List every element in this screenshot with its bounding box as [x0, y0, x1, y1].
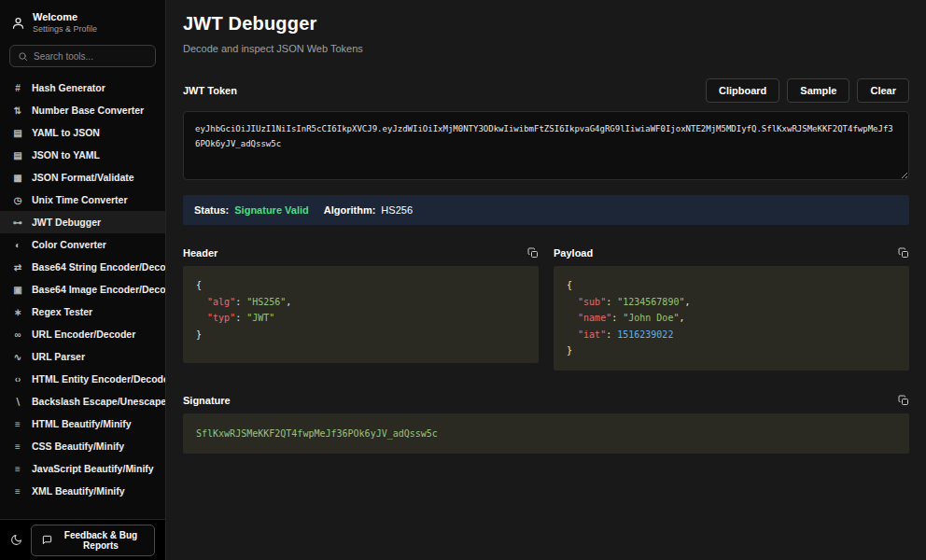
- sidebar-item-css-beautify-minify[interactable]: ≡CSS Beautify/Minify: [0, 435, 165, 457]
- clock-icon: ◷: [12, 195, 23, 205]
- header-json-view: { "alg": "HS256", "typ": "JWT" }: [183, 266, 539, 363]
- document-check-icon: ▦: [12, 173, 23, 183]
- key-icon: ⊶: [12, 217, 23, 228]
- sidebar-item-base64-string-encoder-decoder[interactable]: ⇄Base64 String Encoder/Decoder: [0, 256, 165, 278]
- sidebar-item-label: JavaScript Beautify/Minify: [32, 463, 154, 474]
- sidebar-item-label: JSON Format/Validate: [32, 172, 134, 183]
- image-icon: ▣: [12, 285, 23, 295]
- sidebar-item-javascript-beautify-minify[interactable]: ≡JavaScript Beautify/Minify: [0, 457, 165, 480]
- sidebar-item-xml-beautify-minify[interactable]: ≡XML Beautify/Minify: [0, 480, 165, 502]
- sidebar-item-label: Color Converter: [32, 239, 106, 250]
- feedback-label: Feedback & Bug Reports: [58, 530, 144, 551]
- sidebar-item-label: JSON to YAML: [32, 149, 100, 161]
- document-icon: ▤: [12, 128, 23, 138]
- swap-horizontal-icon: ⇄: [12, 262, 23, 273]
- signature-label: Signature: [183, 395, 231, 406]
- sidebar-item-label: CSS Beautify/Minify: [32, 441, 124, 452]
- sidebar-item-unix-time-converter[interactable]: ◷Unix Time Converter: [0, 189, 165, 211]
- angle-brackets-icon: ‹›: [12, 374, 23, 385]
- sidebar-item-jwt-debugger[interactable]: ⊶JWT Debugger: [0, 211, 165, 233]
- profile-title: Welcome: [33, 11, 97, 22]
- slash-icon: ∖: [12, 397, 23, 407]
- chat-icon: [42, 535, 52, 545]
- jwt-token-input[interactable]: eyJhbGciOiJIUzI1NiIsInR5cCI6IkpXVCJ9.eyJ…: [183, 111, 909, 180]
- sidebar-item-color-converter[interactable]: ◐Color Converter: [0, 233, 165, 256]
- clear-button[interactable]: Clear: [857, 78, 909, 103]
- copy-icon[interactable]: [898, 247, 909, 259]
- header-panel: Header { "alg": "HS256", "typ": "JWT" }: [183, 247, 539, 371]
- sidebar-item-label: Hash Generator: [32, 82, 105, 93]
- page-title: JWT Debugger: [183, 13, 909, 35]
- algorithm-value: HS256: [381, 204, 413, 216]
- sidebar-item-label: YAML to JSON: [32, 127, 100, 138]
- user-icon: [11, 16, 25, 30]
- sidebar-item-label: URL Parser: [32, 351, 85, 362]
- sidebar-item-json-to-yaml[interactable]: ▤JSON to YAML: [0, 144, 165, 166]
- sidebar-item-url-encoder-decoder[interactable]: ∞URL Encoder/Decoder: [0, 323, 165, 345]
- feedback-button[interactable]: Feedback & Bug Reports: [31, 525, 155, 556]
- algorithm-label: Algorithm:: [324, 204, 376, 216]
- sidebar-item-base64-image-encoder-decoder[interactable]: ▣Base64 Image Encoder/Decoder: [0, 278, 165, 301]
- header-panel-title: Header: [183, 247, 217, 259]
- sidebar-item-label: HTML Entity Encoder/Decoder: [32, 373, 165, 385]
- sidebar-item-label: Unix Time Converter: [32, 194, 128, 205]
- status-bar: Status: Signature Valid Algorithm: HS256: [183, 195, 909, 225]
- token-actions: Clipboard Sample Clear: [706, 78, 909, 103]
- palette-icon: ◐: [12, 240, 23, 250]
- sample-button[interactable]: Sample: [787, 78, 849, 103]
- code-icon: ≡: [12, 486, 23, 497]
- sidebar-item-label: JWT Debugger: [32, 217, 101, 228]
- theme-toggle-icon[interactable]: [10, 534, 22, 546]
- payload-json-view: { "sub": "1234567890", "name": "John Doe…: [554, 266, 909, 371]
- jwt-token-label: JWT Token: [183, 85, 237, 96]
- search-icon: [18, 51, 28, 62]
- document-icon: ▤: [12, 150, 23, 161]
- sidebar-item-label: URL Encoder/Decoder: [32, 329, 135, 340]
- sidebar-item-label: Number Base Converter: [32, 105, 144, 116]
- sidebar-item-label: Regex Tester: [32, 306, 92, 317]
- url-parse-icon: ∿: [12, 352, 23, 362]
- payload-panel-title: Payload: [554, 247, 593, 259]
- link-icon: ∞: [12, 329, 23, 340]
- sidebar-item-url-parser[interactable]: ∿URL Parser: [0, 345, 165, 368]
- page-subtitle: Decode and inspect JSON Web Tokens: [183, 43, 909, 54]
- sidebar-item-hash-generator[interactable]: #Hash Generator: [0, 77, 165, 99]
- code-icon: ≡: [12, 441, 23, 452]
- search-input[interactable]: [34, 51, 147, 62]
- sidebar-item-json-format-validate[interactable]: ▦JSON Format/Validate: [0, 166, 165, 189]
- asterisk-icon: ∗: [12, 307, 23, 317]
- sidebar-item-html-entity-encoder-decoder[interactable]: ‹›HTML Entity Encoder/Decoder: [0, 368, 165, 390]
- sidebar-item-label: Base64 Image Encoder/Decoder: [32, 284, 165, 295]
- status-label: Status:: [194, 204, 229, 216]
- sidebar-item-label: Base64 String Encoder/Decoder: [32, 261, 165, 273]
- code-icon: ≡: [12, 464, 23, 474]
- search-box[interactable]: [9, 45, 156, 67]
- main-content: JWT Debugger Decode and inspect JSON Web…: [166, 0, 926, 560]
- token-section-header: JWT Token Clipboard Sample Clear: [183, 78, 909, 103]
- sidebar-item-html-beautify-minify[interactable]: ≡HTML Beautify/Minify: [0, 413, 165, 435]
- profile-subtitle: Settings & Profile: [33, 24, 97, 34]
- signature-value: SflKxwRJSMeKKF2QT4fwpMeJf36POk6yJV_adQss…: [196, 428, 438, 439]
- status-value: Signature Valid: [234, 204, 308, 216]
- copy-icon[interactable]: [898, 395, 909, 406]
- sidebar-item-label: Backslash Escape/Unescape: [32, 396, 165, 407]
- sidebar-item-number-base-converter[interactable]: ⇅Number Base Converter: [0, 99, 165, 121]
- hash-icon: #: [12, 83, 23, 93]
- sidebar-item-label: XML Beautify/Minify: [32, 485, 125, 497]
- sidebar-footer: Feedback & Bug Reports: [0, 519, 165, 560]
- profile-section[interactable]: Welcome Settings & Profile: [0, 0, 165, 43]
- sidebar-tool-list: #Hash Generator⇅Number Base Converter▤YA…: [0, 77, 165, 519]
- decoded-panels: Header { "alg": "HS256", "typ": "JWT" } …: [183, 247, 909, 371]
- copy-icon[interactable]: [527, 247, 539, 259]
- swap-vertical-icon: ⇅: [12, 105, 23, 116]
- sidebar-item-label: HTML Beautify/Minify: [32, 418, 132, 429]
- signature-panel: Signature SflKxwRJSMeKKF2QT4fwpMeJf36POk…: [183, 395, 909, 455]
- code-icon: ≡: [12, 419, 23, 429]
- sidebar: Welcome Settings & Profile #Hash Generat…: [0, 0, 166, 560]
- sidebar-item-yaml-to-json[interactable]: ▤YAML to JSON: [0, 121, 165, 144]
- sidebar-item-backslash-escape-unescape[interactable]: ∖Backslash Escape/Unescape: [0, 390, 165, 413]
- sidebar-item-regex-tester[interactable]: ∗Regex Tester: [0, 301, 165, 323]
- clipboard-button[interactable]: Clipboard: [706, 78, 779, 103]
- signature-view: SflKxwRJSMeKKF2QT4fwpMeJf36POk6yJV_adQss…: [183, 413, 909, 455]
- payload-panel: Payload { "sub": "1234567890", "name": "…: [554, 247, 909, 371]
